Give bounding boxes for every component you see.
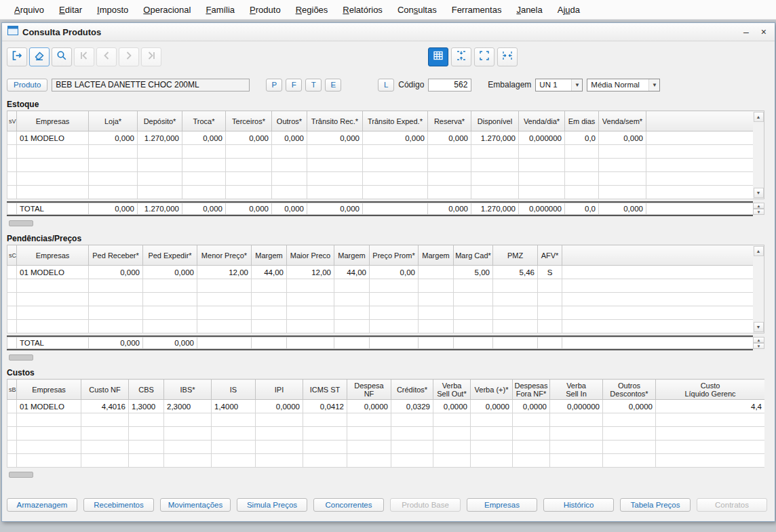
grid-cell[interactable] [272,159,307,172]
grid-cell[interactable] [347,413,391,427]
scrollbar-down-icon[interactable]: ▼ [754,188,764,198]
grid-cell[interactable] [7,454,17,468]
grid-cell[interactable] [17,159,89,172]
grid-cell[interactable] [433,454,471,468]
grid-cell[interactable] [17,145,89,159]
grid-cell[interactable] [164,441,212,454]
menu-operacional[interactable]: Operacional [136,1,198,18]
grid-cell[interactable] [565,186,599,199]
grid-cell[interactable] [603,454,656,468]
recebimentos-button[interactable]: Recebimentos [83,498,154,512]
grid-cell[interactable] [197,320,252,333]
grid-cell[interactable] [656,413,765,427]
horizontal-scrollbar-thumb[interactable] [9,472,33,478]
scrollbar-up-icon[interactable]: ▲ [754,112,764,122]
grid-cell[interactable] [565,145,599,159]
grid-cell[interactable] [129,441,164,454]
clear-button[interactable] [29,47,50,66]
grid-cell[interactable]: 1,4000 [212,400,256,413]
grid-cell[interactable]: 0,000 [272,131,307,145]
grid-cell[interactable] [287,306,334,320]
grid-cell[interactable] [471,186,519,199]
grid-cell[interactable] [599,159,646,172]
tabela-precos-button[interactable]: Tabela Preços [620,498,691,512]
grid-cell[interactable] [212,454,256,468]
historico-button[interactable]: Histórico [543,498,614,512]
close-button[interactable]: × [761,27,767,37]
grid-cell[interactable]: 0,0 [565,131,599,145]
grid-cell[interactable] [17,320,89,333]
grid-cell[interactable] [89,186,138,199]
grid-cell[interactable] [334,293,370,306]
grid-cell[interactable] [519,159,565,172]
grid-cell[interactable] [419,279,454,293]
minimize-button[interactable]: – [743,27,749,37]
grid-cell[interactable] [17,427,81,441]
grid-cell[interactable] [550,441,603,454]
grid-cell[interactable] [370,293,419,306]
grid-cell[interactable] [471,441,513,454]
grid-cell[interactable]: 44,00 [252,266,287,279]
grid-cell[interactable] [303,427,347,441]
grid-cell[interactable] [471,145,519,159]
grid-cell[interactable] [89,293,143,306]
grid-cell[interactable] [143,306,197,320]
grid-cell[interactable] [428,172,471,186]
grid-cell[interactable] [493,293,538,306]
grid-cell[interactable] [182,159,226,172]
grid-cell[interactable]: 12,00 [197,266,252,279]
list-button[interactable]: L [378,79,394,91]
menu-janela[interactable]: Janela [509,1,549,18]
flag-button-e[interactable]: E [325,79,341,91]
grid-cell[interactable]: 0,000 [599,131,646,145]
grid-cell[interactable]: 0,000 [89,131,138,145]
grid-cell[interactable] [471,427,513,441]
grid-cell[interactable] [646,145,754,159]
grid-cell[interactable] [538,279,562,293]
embalagem-select[interactable]: UN 1 ▼ [535,79,583,91]
grid-cell[interactable] [513,441,550,454]
grid-cell[interactable] [454,306,493,320]
grid-cell[interactable] [287,293,334,306]
grid-cell[interactable] [212,441,256,454]
grid-cell[interactable] [7,159,17,172]
grid-cell[interactable] [143,320,197,333]
grid-cell[interactable] [252,306,287,320]
grid-cell[interactable] [565,172,599,186]
grid-cell[interactable] [646,186,754,199]
grid-cell[interactable] [164,454,212,468]
grid-cell[interactable]: 4,4016 [81,400,129,413]
grid-cell[interactable] [550,454,603,468]
grid-cell[interactable] [81,441,129,454]
grid-cell[interactable] [562,320,754,333]
grid-cell[interactable] [471,172,519,186]
grid-cell[interactable]: 0,000 [226,131,272,145]
grid-cell[interactable]: 0,0000 [603,400,656,413]
grid-cell[interactable] [334,320,370,333]
grid-cell[interactable] [226,145,272,159]
grid-cell[interactable] [182,145,226,159]
grid-cell[interactable] [7,400,17,413]
grid-cell[interactable] [513,454,550,468]
grid-cell[interactable] [519,186,565,199]
grid-cell[interactable] [7,145,17,159]
grid-cell[interactable] [471,159,519,172]
grid-view-button[interactable] [428,47,448,66]
grid-cell[interactable] [347,441,391,454]
grid-cell[interactable] [433,427,471,441]
codigo-field[interactable]: 562 [428,79,471,91]
produto-button[interactable]: Produto [7,79,47,91]
grid-cell[interactable] [471,454,513,468]
grid-cell[interactable] [81,454,129,468]
expand-grids-button[interactable] [474,47,494,66]
grid-cell[interactable] [17,186,89,199]
grid-cell[interactable]: 01 MODELO [17,131,89,145]
menu-ajuda[interactable]: Ajuda [550,1,587,18]
grid-cell[interactable] [7,320,17,333]
grid-cell[interactable] [519,172,565,186]
grid-cell[interactable] [656,454,765,468]
spinner-down-icon[interactable]: ▼ [753,343,764,349]
grid-cell[interactable] [81,413,129,427]
grid-cell[interactable] [347,427,391,441]
grid-cell[interactable] [197,293,252,306]
